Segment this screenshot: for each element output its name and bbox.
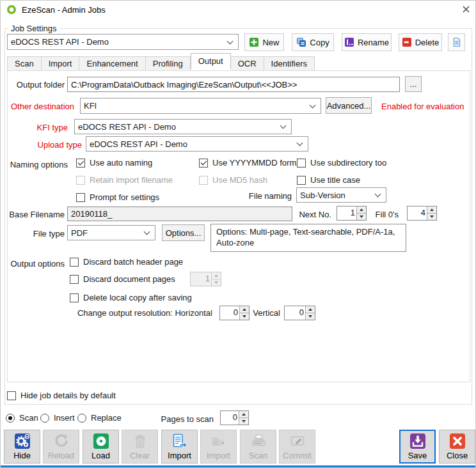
fill-zeros-label: Fill 0's	[370, 210, 399, 219]
ezescan-admin-jobs-window: EzeScan - Admin Jobs Job Settings eDOCS …	[0, 0, 476, 468]
toolbar-import-folder-button: Import	[200, 430, 237, 464]
job-select[interactable]: eDOCS REST API - Demo	[7, 34, 239, 50]
checkbox-box[interactable]	[76, 193, 85, 202]
job-report-button[interactable]	[448, 33, 465, 51]
spin-down-icon[interactable]	[240, 313, 249, 320]
toolbar-hide-button[interactable]: Hide	[4, 430, 40, 464]
new-icon	[249, 37, 259, 47]
chevron-down-icon	[144, 229, 150, 235]
copy-icon	[296, 37, 306, 47]
checkbox-box[interactable]	[199, 159, 208, 168]
tab-scan[interactable]: Scan	[7, 56, 42, 70]
checkbox-discard-batch-header-page[interactable]: Discard batch header page	[70, 256, 183, 267]
spin-down-icon[interactable]	[239, 418, 248, 425]
resolution-horizontal-label: Change output resolution: Horizontal	[76, 308, 212, 318]
save-icon	[409, 433, 426, 449]
checkbox-use-auto-naming[interactable]: Use auto naming	[76, 157, 152, 168]
resolution-vertical-label: Vertical	[251, 308, 280, 318]
spin-up-icon[interactable]	[239, 411, 248, 418]
other-destination-select[interactable]: KFI	[80, 98, 321, 114]
trash-icon	[132, 433, 148, 449]
base-filename-input[interactable]	[67, 207, 292, 221]
checkbox-box	[76, 176, 85, 185]
browse-output-folder-button[interactable]: ...	[405, 76, 422, 92]
radio-button[interactable]	[6, 414, 15, 423]
output-folder-input[interactable]	[67, 77, 400, 92]
base-filename-label: Base Filename	[7, 210, 65, 219]
spin-up-icon[interactable]	[240, 306, 249, 313]
copy-job-button[interactable]: Copy	[292, 33, 334, 51]
checkbox-use-yyyymmdd-format[interactable]: Use YYYYMMDD format	[199, 157, 303, 168]
spin-down-icon[interactable]	[427, 214, 436, 220]
new-job-button[interactable]: New	[244, 33, 284, 51]
radio-button[interactable]	[40, 414, 49, 423]
radio-scan[interactable]: Scan	[6, 412, 38, 423]
window-close-icon[interactable]	[456, 1, 475, 17]
toolbar-save-button[interactable]: Save	[399, 430, 436, 464]
rename-job-button[interactable]: Rename	[342, 33, 392, 51]
spin-down-icon	[212, 279, 221, 286]
next-no-label: Next No.	[285, 210, 331, 219]
advanced-button[interactable]: Advanced...	[326, 97, 372, 114]
load-disc-icon	[93, 433, 109, 449]
checkbox-use-title-case[interactable]: Use title case	[297, 175, 360, 185]
checkbox-hide-job-details[interactable]: Hide job details by default	[7, 390, 116, 401]
rename-icon	[344, 37, 354, 47]
checkbox-box[interactable]	[70, 258, 79, 267]
checkbox-box[interactable]	[7, 391, 16, 400]
kfi-type-select[interactable]: eDOCS REST API - Demo	[74, 119, 292, 134]
checkbox-use-subdirectory-too[interactable]: Use subdirectory too	[297, 157, 386, 168]
hide-gears-icon	[14, 433, 31, 449]
file-type-label: File type	[7, 229, 65, 238]
pages-to-scan-label: Pages to scan	[161, 414, 214, 424]
toolbar-import-button[interactable]: Import	[161, 430, 198, 464]
commit-icon	[289, 433, 306, 449]
checkbox-retain-import-filename: Retain import filename	[76, 175, 173, 185]
next-no-spinner[interactable]: 1	[337, 206, 367, 221]
document-icon	[452, 37, 462, 47]
toolbar-close-button[interactable]: Close	[439, 430, 475, 464]
checkbox-box[interactable]	[70, 293, 79, 302]
pages-to-scan-spinner[interactable]: 0	[220, 410, 249, 425]
chevron-down-icon	[375, 191, 381, 198]
checkbox-box[interactable]	[297, 176, 306, 185]
upload-type-select[interactable]: eDOCS REST API - Demo	[86, 136, 308, 152]
checkbox-box[interactable]	[70, 275, 79, 284]
checkbox-delete-local-copy[interactable]: Delete local copy after saving	[70, 292, 192, 303]
tab-output[interactable]: Output	[191, 53, 231, 69]
naming-options-label: Naming options	[7, 160, 68, 169]
tab-import[interactable]: Import	[42, 56, 80, 70]
toolbar-scan-button: Scan	[240, 430, 276, 464]
import-document-icon	[171, 433, 188, 449]
file-type-options-button[interactable]: Options...	[162, 224, 205, 241]
checkbox-box[interactable]	[297, 159, 306, 168]
resolution-horizontal-spinner[interactable]: 0	[219, 306, 250, 320]
tab-profiling[interactable]: Profiling	[146, 56, 191, 70]
spin-down-icon[interactable]	[357, 214, 366, 220]
file-type-select[interactable]: PDF	[67, 225, 155, 240]
checkbox-discard-document-pages[interactable]: Discard document pages	[70, 274, 175, 285]
radio-insert[interactable]: Insert	[40, 412, 75, 423]
spin-up-icon[interactable]	[427, 207, 436, 214]
spin-up-icon	[212, 272, 221, 279]
spin-up-icon[interactable]	[357, 207, 366, 214]
toolbar-load-button[interactable]: Load	[83, 430, 119, 464]
checkbox-prompt-for-settings[interactable]: Prompt for settings	[76, 192, 159, 203]
chevron-down-icon	[280, 123, 287, 129]
evaluation-note: Enabled for evaluation	[381, 102, 464, 111]
file-naming-select[interactable]: Sub-Version	[296, 187, 386, 203]
spin-down-icon[interactable]	[306, 313, 315, 320]
tab-strip: Scan Import Enhancement Profiling Output…	[7, 56, 315, 70]
spin-up-icon[interactable]	[306, 306, 315, 313]
resolution-vertical-spinner[interactable]: 0	[284, 306, 315, 320]
tab-enhancement[interactable]: Enhancement	[79, 56, 145, 70]
window-title: EzeScan - Admin Jobs	[22, 5, 106, 15]
checkbox-box[interactable]	[76, 159, 85, 168]
fill-zeros-spinner[interactable]: 4	[407, 206, 437, 221]
tab-identifiers[interactable]: Identifiers	[264, 56, 315, 70]
tab-ocr[interactable]: OCR	[231, 56, 264, 70]
delete-job-button[interactable]: Delete	[399, 33, 442, 51]
window-bottom-border	[1, 465, 476, 468]
radio-replace[interactable]: Replace	[77, 412, 122, 423]
radio-button[interactable]	[77, 414, 86, 423]
